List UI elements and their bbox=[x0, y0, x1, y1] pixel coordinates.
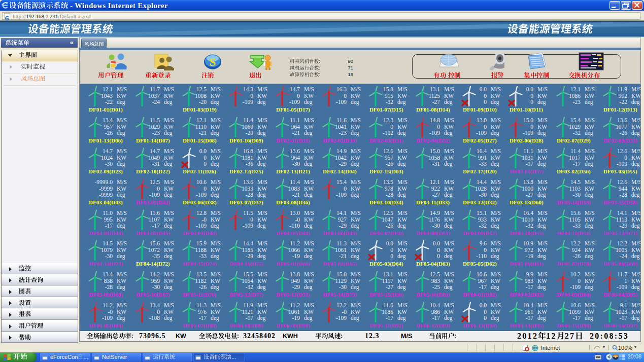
svg-text:S: S bbox=[210, 56, 216, 68]
